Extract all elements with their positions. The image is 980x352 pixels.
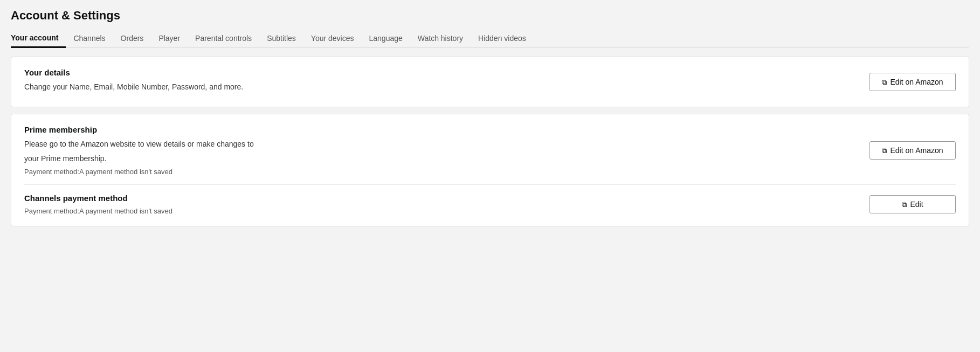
tab-subtitles[interactable]: Subtitles [259, 30, 303, 48]
your-details-content: Your details Change your Name, Email, Mo… [24, 68, 869, 96]
tab-watch-history[interactable]: Watch history [410, 30, 471, 48]
channels-payment-row: Channels payment method Payment method:A… [24, 194, 956, 215]
tab-player[interactable]: Player [151, 30, 188, 48]
channels-payment-title: Channels payment method [24, 194, 869, 203]
tab-your-account[interactable]: Your account [11, 29, 66, 48]
tab-parental-controls[interactable]: Parental controls [188, 30, 259, 48]
channels-payment-edit-button[interactable]: ⧉ Edit [869, 195, 956, 213]
your-details-title: Your details [24, 68, 869, 77]
content-area: Your details Change your Name, Email, Mo… [11, 57, 969, 226]
tab-channels[interactable]: Channels [66, 30, 113, 48]
your-details-edit-button[interactable]: ⧉ Edit on Amazon [869, 73, 956, 91]
external-link-icon: ⧉ [882, 79, 887, 86]
card-divider [24, 184, 956, 185]
channels-payment-info: Payment method:A payment method isn't sa… [24, 207, 869, 215]
prime-payment-value: A payment method isn't saved [79, 168, 172, 176]
external-link-icon-2: ⧉ [882, 147, 887, 154]
your-details-card: Your details Change your Name, Email, Mo… [11, 57, 969, 107]
page-container: Account & Settings Your account Channels… [0, 0, 980, 235]
prime-payment-label: Payment method: [24, 168, 79, 176]
channels-payment-value: A payment method isn't saved [79, 207, 172, 215]
tabs-navigation: Your account Channels Orders Player Pare… [11, 29, 969, 48]
tab-hidden-videos[interactable]: Hidden videos [471, 30, 534, 48]
your-details-edit-label: Edit on Amazon [890, 78, 943, 86]
prime-channels-card: Prime membership Please go to the Amazon… [11, 114, 969, 226]
channels-payment-content: Channels payment method Payment method:A… [24, 194, 869, 215]
prime-membership-title: Prime membership [24, 125, 869, 134]
external-link-icon-3: ⧉ [902, 201, 907, 208]
prime-membership-edit-button[interactable]: ⧉ Edit on Amazon [869, 141, 956, 160]
tab-language[interactable]: Language [361, 30, 410, 48]
prime-membership-desc-line2: your Prime membership. [24, 153, 869, 164]
your-details-row: Your details Change your Name, Email, Mo… [24, 68, 956, 96]
channels-edit-label: Edit [910, 200, 923, 209]
tab-your-devices[interactable]: Your devices [303, 30, 362, 48]
page-title: Account & Settings [11, 9, 969, 23]
prime-edit-label: Edit on Amazon [890, 146, 943, 155]
tab-orders[interactable]: Orders [113, 30, 151, 48]
prime-payment-info: Payment method:A payment method isn't sa… [24, 168, 869, 176]
prime-membership-row: Prime membership Please go to the Amazon… [24, 125, 956, 176]
your-details-description: Change your Name, Email, Mobile Number, … [24, 81, 869, 93]
channels-payment-label: Payment method: [24, 207, 79, 215]
prime-membership-desc-line1: Please go to the Amazon website to view … [24, 139, 869, 150]
prime-membership-content: Prime membership Please go to the Amazon… [24, 125, 869, 176]
